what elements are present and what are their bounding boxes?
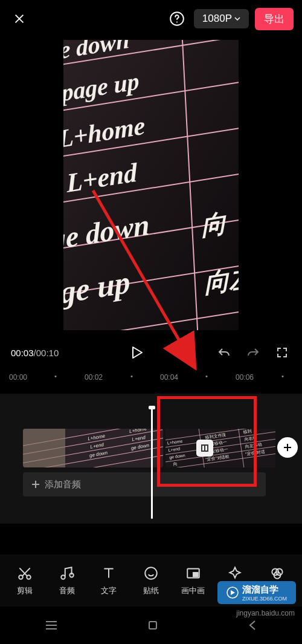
audio-icon [59,565,76,582]
annotation-highlight [157,396,257,487]
nav-back-icon[interactable] [248,620,257,631]
play-button[interactable] [127,342,147,363]
svg-text:向: 向 [201,208,228,241]
close-icon[interactable] [8,8,30,30]
ruler-dot [282,376,284,377]
resolution-button[interactable]: 1080P [194,9,249,28]
undo-button[interactable] [215,343,233,362]
ruler-tick: 00:00 [9,373,27,382]
ruler-dot [55,376,57,377]
tool-audio[interactable]: 音频 [48,565,86,596]
timeline-ruler[interactable]: 00:0000:0200:0400:06 [0,368,302,390]
chevron-down-icon [234,16,240,22]
svg-rect-31 [23,429,65,467]
cut-icon [16,565,33,582]
tool-text[interactable]: 文字 [90,565,127,596]
filter-icon [269,565,286,582]
ruler-dot [206,376,208,377]
svg-point-56 [27,575,31,579]
timeline[interactable]: L+homeL+end ge downL+home L+endge down L… [0,394,302,524]
add-clip-button[interactable] [277,437,298,458]
nav-home-icon[interactable] [147,620,158,631]
ruler-dot [131,376,133,377]
tool-pip[interactable]: 画中画 [175,565,212,596]
help-icon[interactable] [166,8,188,30]
export-button[interactable]: 导出 [255,8,294,30]
ruler-tick: 00:06 [236,373,254,382]
pip-icon [185,565,202,582]
svg-rect-60 [193,573,198,577]
preview-frame: ge down rl+page up L+home L+end ge down … [63,40,239,330]
fullscreen-button[interactable] [273,343,291,362]
tool-sticker[interactable]: 贴纸 [132,565,170,596]
svg-rect-67 [149,622,156,629]
ruler-tick: 00:02 [85,373,103,382]
tool-cut[interactable]: 剪辑 [6,565,43,596]
svg-point-58 [145,567,157,579]
preview-area[interactable]: ge down rl+page up L+home L+end ge down … [0,37,302,337]
nav-recent-icon[interactable] [45,620,58,631]
video-clip-1[interactable]: L+homeL+end ge downL+home L+endge down [23,429,163,467]
svg-point-1 [176,21,178,22]
time-display: 00:03/00:10 [11,348,59,358]
plus-icon [31,480,40,489]
svg-point-57 [69,573,74,577]
sticker-icon [143,565,159,582]
watermark-source: jingyan.baidu.com [236,609,295,617]
svg-point-55 [19,575,23,579]
fx-icon [226,565,243,582]
ruler-tick: 00:04 [160,373,178,382]
resolution-label: 1080P [202,13,232,25]
playhead[interactable] [151,407,153,519]
text-icon [100,565,117,582]
watermark-badge: 溜溜自学 ZIXUE.3D66.COM [217,581,296,604]
redo-button[interactable] [244,343,262,362]
